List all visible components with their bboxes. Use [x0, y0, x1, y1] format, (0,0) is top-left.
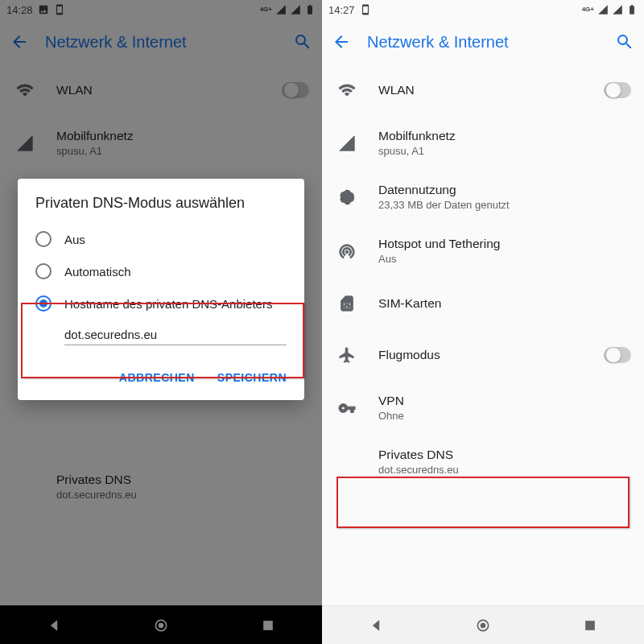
radio-icon: [35, 263, 52, 279]
svg-rect-6: [585, 621, 595, 630]
data-usage-icon: [338, 188, 356, 206]
save-button[interactable]: SPEICHERN: [209, 365, 295, 390]
nav-home[interactable]: [475, 617, 491, 634]
row-subtitle: spusu, A1: [378, 145, 631, 157]
wifi-icon: [338, 81, 356, 99]
row-sim[interactable]: SIM-Karten: [322, 278, 644, 329]
dialog-title: Privaten DNS-Modus auswählen: [18, 195, 304, 223]
radio-label: Hostname des privaten DNS-Anbieters: [64, 297, 272, 311]
wlan-switch[interactable]: [604, 82, 631, 98]
row-mobile[interactable]: Mobilfunknetz spusu, A1: [322, 116, 644, 170]
hotspot-icon: [338, 242, 356, 260]
radio-option-off[interactable]: Aus: [18, 223, 304, 255]
row-title: VPN: [378, 394, 631, 408]
row-title: Datennutzung: [378, 183, 631, 197]
radio-icon-checked: [35, 295, 52, 312]
search-button[interactable]: [615, 32, 634, 52]
airplane-switch[interactable]: [604, 347, 631, 363]
network-type: 4G+: [582, 6, 594, 13]
airplane-icon: [338, 346, 356, 364]
row-private-dns[interactable]: Privates DNS dot.securedns.eu: [322, 435, 644, 489]
row-hotspot[interactable]: Hotspot und Tethering Aus: [322, 224, 644, 278]
row-subtitle: Ohne: [378, 410, 631, 422]
radio-option-auto[interactable]: Automatisch: [18, 255, 304, 287]
signal-icon-2: [612, 4, 623, 15]
row-airplane[interactable]: Flugmodus: [322, 329, 644, 381]
cellular-icon: [338, 134, 356, 152]
screen-right: 14:27 4G+ Netzwerk & Internet WLAN Mobil…: [322, 0, 644, 644]
page-title: Netzwerk & Internet: [367, 33, 599, 52]
status-bar: 14:27 4G+: [322, 0, 644, 19]
row-title: Mobilfunknetz: [378, 129, 631, 143]
phone-locked-icon: [360, 4, 371, 15]
svg-point-3: [341, 190, 354, 204]
row-title: Hotspot und Tethering: [378, 237, 631, 251]
back-button[interactable]: [332, 32, 351, 52]
row-subtitle: dot.securedns.eu: [378, 464, 631, 476]
radio-label: Aus: [64, 233, 85, 246]
row-vpn[interactable]: VPN Ohne: [322, 381, 644, 435]
vpn-key-icon: [338, 399, 356, 417]
cancel-button[interactable]: ABBRECHEN: [111, 365, 203, 390]
nav-bar: [322, 605, 644, 644]
dns-hostname-input[interactable]: [64, 323, 287, 345]
screen-left: 14:28 4G+ Netzwerk & Internet WLAN Mobil…: [0, 0, 322, 644]
signal-icon: [597, 4, 609, 15]
row-subtitle: 23,33 MB der Daten genutzt: [378, 199, 631, 211]
svg-point-5: [481, 622, 486, 628]
radio-label: Automatisch: [64, 265, 131, 279]
app-bar: Netzwerk & Internet: [322, 19, 644, 64]
nav-recents[interactable]: [582, 617, 598, 634]
status-time: 14:27: [328, 4, 355, 16]
radio-option-hostname[interactable]: Hostname des privaten DNS-Anbieters: [18, 287, 304, 320]
sim-icon: [338, 295, 356, 312]
row-title: Privates DNS: [378, 448, 631, 462]
row-subtitle: Aus: [378, 253, 631, 265]
row-title: Flugmodus: [378, 348, 581, 362]
settings-list: WLAN Mobilfunknetz spusu, A1 Datennutzun…: [322, 64, 644, 605]
battery-icon: [626, 4, 638, 15]
nav-back[interactable]: [368, 617, 384, 634]
row-title: WLAN: [378, 83, 581, 97]
row-data-usage[interactable]: Datennutzung 23,33 MB der Daten genutzt: [322, 170, 644, 224]
row-wlan[interactable]: WLAN: [322, 64, 644, 116]
row-title: SIM-Karten: [378, 296, 631, 311]
radio-icon: [35, 231, 52, 247]
dns-mode-dialog: Privaten DNS-Modus auswählen Aus Automat…: [18, 179, 304, 400]
